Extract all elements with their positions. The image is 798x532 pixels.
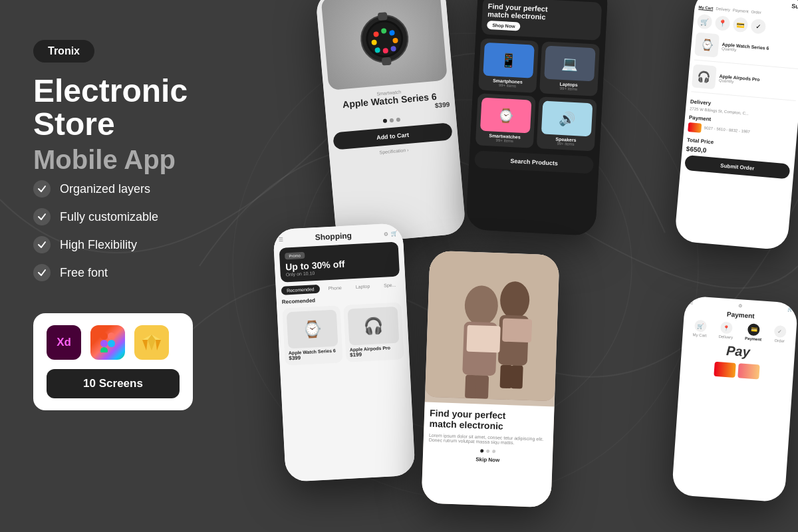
hero-banner: Find your perfectmatch electronic Shop N… [481,0,602,41]
phone-categories: ☰ ⚙ Find your perfectmatch electronic Sh… [466,0,608,236]
sketch-icon [134,325,169,360]
check-icon-4 [33,264,51,281]
feature-3: High Flexibility [33,236,259,253]
brand-badge: Tronix [33,40,94,63]
cart-item-1: ⌚ Apple Watch Series 6 Quantity [694,33,798,70]
feature-2: Fully customizable [33,208,259,225]
category-tabs: Recomended Phone Laptop Spe... [281,280,400,295]
check-icon-3 [33,236,51,253]
xd-icon: Xd [47,325,81,360]
phone-cart: ☰ Su... My Cart Delivery Payment Order 🛒… [674,0,798,251]
svg-rect-3 [108,332,115,340]
tab-order[interactable]: ✓ Order [773,325,787,343]
feature-1: Organized layers [33,180,259,198]
phone-product-detail: Smartwatch Apple Watch Series 6 $399 Add… [315,0,466,245]
svg-rect-30 [475,375,489,399]
svg-rect-24 [377,12,387,21]
product-watch[interactable]: ⌚ Apple Watch Series 6 $399 [282,305,342,365]
card-icons [684,360,789,382]
svg-rect-2 [100,332,108,340]
hero-image [425,251,560,402]
promo-banner: Promo Up to 30% off Only on 10.10 [279,242,400,283]
check-icon-1 [33,180,51,198]
tools-box: Xd [33,313,193,410]
tab-mycart[interactable]: My Cart [698,5,714,11]
tab-delivery[interactable]: Delivery [716,7,730,13]
svg-rect-25 [381,57,391,66]
tools-icons: Xd [47,325,180,360]
cart-item-2: 🎧 Apple Airpods Pro Quantity [691,64,798,101]
shop-now-btn[interactable]: Shop Now [487,21,521,31]
main-title: Electronic Store Mobile App [33,74,259,175]
tab-delivery[interactable]: 📍 Delivery [718,321,733,339]
phone-hero: Find your perfectmatch electronic Lorem … [421,251,559,508]
svg-rect-4 [100,340,108,347]
tab-mycart[interactable]: 🛒 My Cart [692,319,708,337]
tab-payment[interactable]: 💳 Payment [745,323,763,342]
svg-rect-34 [511,365,523,389]
left-panel: Tronix Electronic Store Mobile App Organ… [33,40,259,410]
products-grid: ⌚ Apple Watch Series 6 $399 🎧 Apple Airp… [282,302,404,365]
features-list: Organized layers Fully customizable High… [33,180,259,281]
figma-icon [90,325,125,360]
cat-laptops[interactable]: 💻 Laptops 99+ items [539,41,600,96]
feature-4: Free font [33,264,259,281]
watch-image [321,0,448,90]
product-airpods[interactable]: 🎧 Apple Airpods Pro $199 [343,302,404,362]
screens-button[interactable]: 10 Screens [47,369,180,398]
payment-tabs: 🛒 My Cart 📍 Delivery 💳 Payment ✓ Order [686,319,792,344]
categories-grid: 📱 Smartphones 99+ items 💻 Laptops 99+ it… [475,38,600,151]
tab-payment[interactable]: Payment [733,8,749,14]
check-icon-2 [33,208,51,225]
tab-order[interactable]: Order [751,10,761,15]
skip-btn[interactable]: Skip Now [428,455,547,465]
cat-smartphones[interactable]: 📱 Smartphones 99+ items [478,38,539,92]
phones-area: Smartwatch Apple Watch Series 6 $399 Add… [233,0,798,532]
phone-payment: ☰ ⚙ 🛒 Payment 🛒 My Cart 📍 Delivery 💳 Pay… [672,295,798,502]
cat-speakers[interactable]: 🔊 Speakers 99+ items [537,96,597,151]
phone-shopping: ☰ Shopping ⚙ 🛒 Promo Up to 30% off Only … [273,223,416,482]
svg-rect-35 [466,325,500,353]
svg-point-6 [108,340,115,347]
cat-smartwatches[interactable]: ⌚ Smartwatches 99+ items [475,93,536,148]
search-products-btn[interactable]: Search Products [474,150,594,174]
svg-rect-36 [502,319,532,343]
svg-rect-5 [100,347,108,352]
